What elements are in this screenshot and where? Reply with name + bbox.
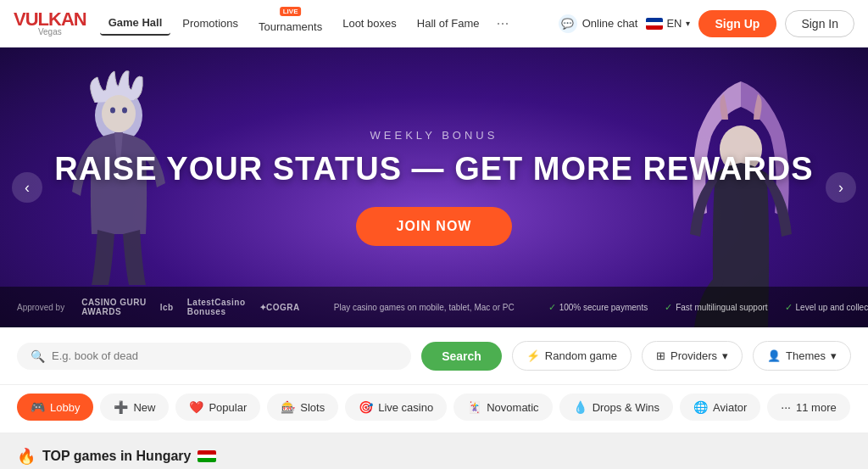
approved-logos: CASINO GURUAWARDS lcb LatestCasinoBonuse… <box>81 298 300 316</box>
play-text: Play casino games on mobile, tablet, Mac… <box>334 303 515 312</box>
category-tabs: 🎮 Lobby ➕ New ❤️ Popular 🎰 Slots 🎯 Live … <box>0 385 868 433</box>
hero-banner: WEEKLY BONUS RAISE YOUR STATUS — GET MOR… <box>0 47 868 327</box>
random-game-button[interactable]: ⚡ Random game <box>512 341 632 371</box>
section-title: 🔥 TOP games in Hungary <box>17 447 851 466</box>
lobby-icon: 🎮 <box>31 400 45 414</box>
grid-icon: ⊞ <box>656 349 665 362</box>
novomatic-icon: 🃏 <box>467 400 481 414</box>
nav-more-dots[interactable]: ··· <box>491 14 514 32</box>
drops-icon: 💧 <box>573 400 587 414</box>
signup-button[interactable]: Sign Up <box>698 10 777 37</box>
latest-casino-logo: LatestCasinoBonuses <box>187 298 246 316</box>
providers-button[interactable]: ⊞ Providers ▾ <box>642 341 743 371</box>
themes-icon: 👤 <box>767 349 781 362</box>
svg-point-2 <box>110 108 115 114</box>
aviator-icon: 🌐 <box>693 400 708 414</box>
tab-more[interactable]: ··· 11 more <box>767 394 849 421</box>
random-icon: ⚡ <box>526 349 540 362</box>
live-casino-icon: 🎯 <box>359 400 373 414</box>
tab-popular[interactable]: ❤️ Popular <box>175 394 260 421</box>
chevron-down-icon: ▾ <box>686 19 690 28</box>
main-content: 🔥 TOP games in Hungary <box>0 433 868 469</box>
header: VULKAN Vegas Game Hall Promotions LIVE T… <box>0 0 868 47</box>
nav: Game Hall Promotions LIVE Tournaments Lo… <box>100 8 552 38</box>
search-button[interactable]: Search <box>421 342 502 371</box>
tab-new[interactable]: ➕ New <box>100 394 169 421</box>
checkmark-icon3: ✓ <box>785 302 793 313</box>
nav-item-loot-boxes[interactable]: Loot boxes <box>334 12 405 35</box>
nav-item-game-hall[interactable]: Game Hall <box>100 11 171 36</box>
weekly-bonus-label: WEEKLY BONUS <box>54 129 813 142</box>
heart-icon: ❤️ <box>189 400 203 414</box>
nav-item-hall-of-fame[interactable]: Hall of Fame <box>409 12 488 35</box>
chevron-left-icon: ‹ <box>25 179 30 197</box>
chat-icon: 💬 <box>559 14 577 33</box>
slots-icon: 🎰 <box>281 400 295 414</box>
svg-point-3 <box>122 108 127 114</box>
checkmark-icon: ✓ <box>548 302 556 313</box>
svg-point-1 <box>102 95 136 132</box>
lcb-logo: lcb <box>160 303 174 312</box>
checkmark-icon2: ✓ <box>665 302 672 313</box>
tab-lobby[interactable]: 🎮 Lobby <box>17 394 93 421</box>
hero-arrow-left[interactable]: ‹ <box>12 172 42 203</box>
hero-title: RAISE YOUR STATUS — GET MORE REWARDS <box>54 152 813 187</box>
check-secure: ✓ 100% secure payments <box>548 302 648 313</box>
search-bar: 🔍 Search ⚡ Random game ⊞ Providers ▾ 👤 T… <box>0 327 868 385</box>
flame-icon: 🔥 <box>17 447 36 466</box>
tab-novomatic[interactable]: 🃏 Novomatic <box>453 394 552 421</box>
approved-text: Approved by <box>17 303 64 312</box>
header-right: 💬 Online chat EN ▾ Sign Up Sign In <box>559 10 854 37</box>
cogra-logo: ✦COGRA <box>259 303 300 312</box>
hero-content: WEEKLY BONUS RAISE YOUR STATUS — GET MOR… <box>54 129 813 247</box>
chevron-right-icon: › <box>838 179 843 197</box>
casino-guru-logo: CASINO GURUAWARDS <box>81 298 147 316</box>
lang-label: EN <box>666 17 682 30</box>
chevron-down-icon2: ▾ <box>722 349 728 362</box>
check-multilingual: ✓ Fast multilingual support <box>665 302 767 313</box>
logo[interactable]: VULKAN Vegas <box>14 10 86 36</box>
search-input[interactable] <box>52 349 398 362</box>
search-icon: 🔍 <box>31 349 45 363</box>
online-chat-label: Online chat <box>582 17 638 30</box>
section-title-text: TOP games in Hungary <box>42 449 191 464</box>
approved-bar: Approved by CASINO GURUAWARDS lcb Latest… <box>0 287 868 327</box>
flag-green <box>198 458 216 462</box>
flag-icon <box>646 18 663 30</box>
tab-drops-wins[interactable]: 💧 Drops & Wins <box>559 394 673 421</box>
tab-live-casino[interactable]: 🎯 Live casino <box>345 394 447 421</box>
hungary-flag <box>198 450 216 462</box>
chevron-down-icon3: ▾ <box>831 349 837 362</box>
more-icon: ··· <box>781 400 791 414</box>
tab-aviator[interactable]: 🌐 Aviator <box>680 394 760 421</box>
signin-button[interactable]: Sign In <box>785 10 854 37</box>
check-rewards: ✓ Level up and collect rewards <box>785 302 868 313</box>
join-now-button[interactable]: JOIN NOW <box>356 207 513 246</box>
hero-arrow-right[interactable]: › <box>826 172 856 203</box>
search-input-wrap: 🔍 <box>17 343 411 370</box>
online-chat-button[interactable]: 💬 Online chat <box>559 14 638 33</box>
new-icon: ➕ <box>114 400 128 414</box>
tab-slots[interactable]: 🎰 Slots <box>267 394 338 421</box>
language-selector[interactable]: EN ▾ <box>646 17 689 30</box>
live-badge: LIVE <box>280 7 302 16</box>
themes-button[interactable]: 👤 Themes ▾ <box>753 341 851 371</box>
nav-item-promotions[interactable]: Promotions <box>174 12 247 35</box>
nav-item-tournaments[interactable]: LIVE Tournaments <box>250 8 331 38</box>
